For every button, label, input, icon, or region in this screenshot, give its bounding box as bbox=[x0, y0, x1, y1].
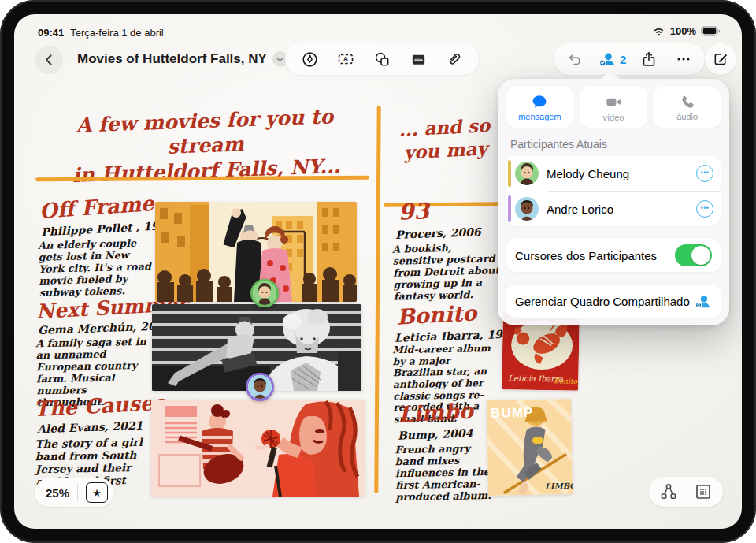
text-tool-button[interactable]: A bbox=[329, 43, 362, 75]
text-box-icon: A bbox=[336, 50, 355, 69]
toolbar: Movies of Hutteldorf Falls, NY A bbox=[14, 43, 742, 79]
melody-more-button[interactable]: ••• bbox=[696, 165, 713, 182]
popover-arrow bbox=[600, 71, 621, 80]
limbo-album-cover: BUMP LIMBO bbox=[487, 399, 573, 496]
the-causes-movie-image[interactable] bbox=[151, 400, 365, 497]
note-tool-button[interactable] bbox=[402, 43, 435, 75]
favorite-button[interactable]: ★ bbox=[86, 482, 108, 503]
undo-icon bbox=[566, 50, 584, 68]
ellipsis-icon bbox=[675, 50, 692, 68]
manage-shared-board-row[interactable]: Gerenciar Quadro Compartilhado bbox=[506, 285, 721, 318]
pill-divider bbox=[77, 484, 78, 501]
drawing-tools-pill: A bbox=[285, 43, 479, 75]
chevron-left-icon bbox=[43, 54, 55, 66]
date: Terça-feira 1 de abril bbox=[70, 27, 164, 39]
shapes-icon bbox=[373, 50, 391, 69]
manage-collaboration-icon bbox=[694, 292, 712, 311]
marker-icon bbox=[301, 50, 319, 69]
participants-header: Participantes Atuais bbox=[510, 138, 717, 151]
shapes-tool-button[interactable] bbox=[365, 43, 398, 75]
wifi-icon bbox=[652, 26, 665, 36]
andre-more-button[interactable]: ••• bbox=[696, 200, 713, 218]
board-title-menu[interactable]: Movies of Hutteldorf Falls, NY bbox=[77, 51, 288, 67]
melody-color-bar bbox=[508, 160, 511, 187]
video-camera-icon bbox=[605, 93, 623, 111]
collaboration-button[interactable]: 2 bbox=[593, 43, 631, 75]
draw-tool-button[interactable] bbox=[293, 43, 326, 75]
svg-text:A: A bbox=[343, 55, 349, 63]
compose-icon bbox=[712, 50, 729, 68]
zoom-level-button[interactable]: 25% bbox=[46, 486, 69, 500]
paperclip-icon bbox=[446, 50, 463, 68]
andre-color-bar bbox=[508, 195, 511, 222]
more-button[interactable] bbox=[667, 43, 700, 75]
melody-cursor-avatar bbox=[250, 279, 279, 307]
canvas-options-pill bbox=[649, 477, 723, 507]
participant-cursors-row: Cursores dos Participantes bbox=[506, 239, 721, 272]
back-button[interactable] bbox=[35, 46, 63, 74]
battery-percent: 100% bbox=[670, 25, 696, 37]
audio-button[interactable]: áudio bbox=[653, 87, 721, 128]
collaborate-person-icon bbox=[598, 50, 617, 69]
participant-cursors-toggle[interactable] bbox=[675, 244, 712, 266]
manage-label: Gerenciar Quadro Compartilhado bbox=[515, 295, 690, 308]
zoom-pill: 25% ★ bbox=[35, 478, 114, 507]
video-button[interactable]: vídeo bbox=[580, 87, 648, 128]
star-icon: ★ bbox=[92, 488, 102, 498]
collaboration-popover: mensagem vídeo áudio Participantes Atuai… bbox=[498, 79, 729, 325]
clock: 09:41 bbox=[38, 27, 64, 39]
status-bar: 09:41Terça-feira 1 de abril 100% bbox=[14, 14, 742, 43]
limbo-band-text: BUMP bbox=[491, 405, 533, 421]
participant-row-melody[interactable]: Melody Cheung ••• bbox=[506, 156, 721, 191]
attach-tool-button[interactable] bbox=[438, 43, 471, 75]
participants-list: Melody Cheung ••• Andre Lorico ••• bbox=[506, 156, 721, 226]
grid-square-icon bbox=[694, 482, 713, 501]
board-title: Movies of Hutteldorf Falls, NY bbox=[77, 51, 267, 67]
the-causes-illustration bbox=[151, 400, 365, 497]
melody-avatar bbox=[515, 162, 539, 185]
share-icon bbox=[640, 50, 658, 68]
limbo-album-image[interactable]: BUMP LIMBO bbox=[487, 399, 573, 496]
share-button[interactable] bbox=[632, 43, 665, 75]
connector-view-button[interactable] bbox=[657, 480, 680, 504]
participant-name: Melody Cheung bbox=[547, 167, 696, 180]
connector-diagram-icon bbox=[659, 482, 678, 501]
participant-name: Andre Lorico bbox=[547, 203, 696, 216]
chat-bubble-icon bbox=[531, 93, 548, 110]
cursors-label: Cursores dos Participantes bbox=[515, 249, 657, 262]
ipad-device: 09:41Terça-feira 1 de abril 100% Movies … bbox=[0, 0, 756, 543]
action-pill: 2 bbox=[554, 43, 705, 75]
sticky-note-icon bbox=[410, 50, 428, 69]
freeform-app-screen: 09:41Terça-feira 1 de abril 100% Movies … bbox=[14, 14, 742, 529]
popover-actions: mensagem vídeo áudio bbox=[506, 87, 721, 128]
andre-cursor-avatar bbox=[246, 373, 274, 401]
limbo-title-text: LIMBO bbox=[545, 482, 573, 491]
battery-icon bbox=[701, 26, 721, 36]
new-board-button[interactable] bbox=[705, 43, 736, 75]
andre-avatar bbox=[515, 197, 539, 221]
phone-icon bbox=[679, 94, 695, 110]
bonito-title-text: Bonito bbox=[554, 377, 577, 385]
message-button[interactable]: mensagem bbox=[506, 87, 574, 128]
grid-view-button[interactable] bbox=[691, 480, 715, 504]
collaborator-count-badge: 2 bbox=[620, 53, 626, 66]
undo-button[interactable] bbox=[558, 43, 591, 75]
status-left: 09:41Terça-feira 1 de abril bbox=[38, 27, 164, 39]
handwritten-headline-right[interactable]: ... and so you may bbox=[377, 113, 513, 166]
participant-row-andre[interactable]: Andre Lorico ••• bbox=[506, 192, 721, 226]
status-right: 100% bbox=[652, 25, 721, 37]
